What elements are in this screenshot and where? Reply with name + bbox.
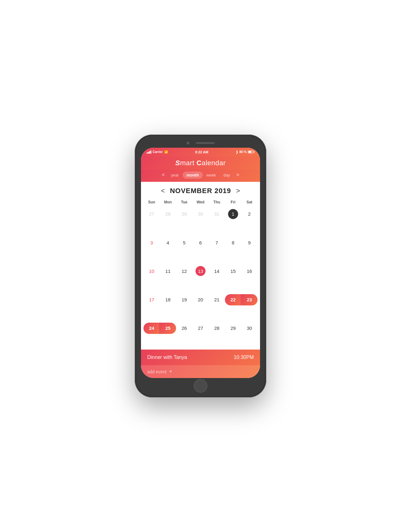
title-c: C: [196, 159, 201, 167]
day-27-oct[interactable]: 27: [143, 207, 160, 221]
day-4[interactable]: 4: [160, 235, 176, 250]
add-event-label: add event: [147, 369, 167, 374]
day-headers: Sun Mon Tue Wed Thu Fri Sat: [141, 197, 260, 207]
app-title: Smart Calendar: [146, 159, 255, 170]
app-header: Smart Calendar: [141, 156, 260, 170]
battery-icon: [248, 151, 254, 153]
phone-bottom: [194, 378, 207, 394]
day-3[interactable]: 3: [143, 235, 160, 250]
event-time: 10:30PM: [234, 355, 254, 360]
prev-month-button[interactable]: <: [161, 187, 165, 195]
phone-frame: Carrier 📶 8:22 AM ❯ 80 % Smart Calend: [135, 135, 266, 397]
wifi-icon: 📶: [164, 150, 168, 154]
signal-icon: [147, 151, 151, 154]
day-12[interactable]: 12: [176, 264, 192, 278]
day-28[interactable]: 28: [209, 321, 225, 335]
header-tue: Tue: [176, 199, 192, 206]
day-23[interactable]: 23: [241, 293, 258, 307]
status-bar: Carrier 📶 8:22 AM ❯ 80 %: [141, 148, 260, 156]
day-25[interactable]: 25: [160, 321, 176, 335]
battery-percent: 80 %: [239, 150, 247, 154]
day-7[interactable]: 7: [209, 235, 225, 250]
location-icon: ❯: [236, 150, 238, 154]
day-20[interactable]: 20: [192, 293, 209, 307]
month-year-title: NOVEMBER 2019: [170, 187, 231, 195]
day-2[interactable]: 2: [241, 207, 258, 221]
day-1[interactable]: 1: [225, 207, 241, 221]
day-31-oct[interactable]: 31: [209, 207, 225, 221]
day-8[interactable]: 8: [225, 235, 241, 250]
day-19[interactable]: 19: [176, 293, 192, 307]
day-9[interactable]: 9: [241, 235, 258, 250]
header-wed: Wed: [192, 199, 209, 206]
day-17[interactable]: 17: [143, 293, 160, 307]
tabs-next-chevron[interactable]: >: [234, 172, 242, 178]
day-11[interactable]: 11: [160, 264, 176, 278]
day-14[interactable]: 14: [209, 264, 225, 278]
phone-screen: Carrier 📶 8:22 AM ❯ 80 % Smart Calend: [141, 148, 260, 378]
header-sat: Sat: [241, 199, 258, 206]
day-28-oct[interactable]: 28: [160, 207, 176, 221]
day-13[interactable]: 13: [192, 264, 209, 278]
title-mart: mart: [180, 159, 197, 167]
phone-speaker: [196, 142, 215, 144]
day-29-oct[interactable]: 29: [176, 207, 192, 221]
day-5[interactable]: 5: [176, 235, 192, 250]
day-16[interactable]: 16: [241, 264, 258, 278]
day-18[interactable]: 18: [160, 293, 176, 307]
events-section: Dinner with Tanya 10:30PM: [141, 350, 260, 365]
tab-year[interactable]: year: [167, 171, 183, 179]
time-display: 8:22 AM: [195, 150, 208, 154]
day-22[interactable]: 22: [225, 293, 241, 307]
header-mon: Mon: [160, 199, 176, 206]
header-thu: Thu: [209, 199, 225, 206]
event-item-1[interactable]: Dinner with Tanya 10:30PM: [147, 353, 254, 361]
add-event-plus[interactable]: +: [169, 368, 173, 375]
day-27[interactable]: 27: [192, 321, 209, 335]
day-30[interactable]: 30: [241, 321, 258, 335]
status-right: ❯ 80 %: [236, 150, 254, 154]
day-29[interactable]: 29: [225, 321, 241, 335]
day-21[interactable]: 21: [209, 293, 225, 307]
front-camera: [186, 141, 190, 145]
day-26[interactable]: 26: [176, 321, 192, 335]
tab-month[interactable]: month: [183, 171, 203, 179]
calendar-grid: 27 28 29 30 31 1 2 3 4 5 6 7 8 9 10 11 1…: [141, 207, 260, 350]
carrier-label: Carrier: [153, 150, 163, 154]
phone-top: [186, 138, 215, 148]
day-10[interactable]: 10: [143, 264, 160, 278]
view-tabs: < year month week day >: [141, 170, 260, 182]
day-24[interactable]: 24: [143, 321, 160, 335]
month-nav: < NOVEMBER 2019 >: [141, 182, 260, 197]
tab-week[interactable]: week: [203, 171, 220, 179]
day-30-oct[interactable]: 30: [192, 207, 209, 221]
tabs-prev-chevron[interactable]: <: [159, 172, 167, 178]
day-6[interactable]: 6: [192, 235, 209, 250]
header-fri: Fri: [225, 199, 241, 206]
tab-day[interactable]: day: [220, 171, 234, 179]
add-event-bar[interactable]: add event +: [141, 365, 260, 378]
status-left: Carrier 📶: [147, 150, 168, 154]
calendar-body: < NOVEMBER 2019 > Sun Mon Tue Wed Thu Fr…: [141, 182, 260, 350]
day-15[interactable]: 15: [225, 264, 241, 278]
next-month-button[interactable]: >: [236, 187, 240, 195]
event-name: Dinner with Tanya: [147, 355, 187, 360]
title-alendar: alendar: [202, 159, 226, 167]
title-s: S: [175, 159, 180, 167]
home-button[interactable]: [194, 379, 207, 393]
header-sun: Sun: [143, 199, 160, 206]
